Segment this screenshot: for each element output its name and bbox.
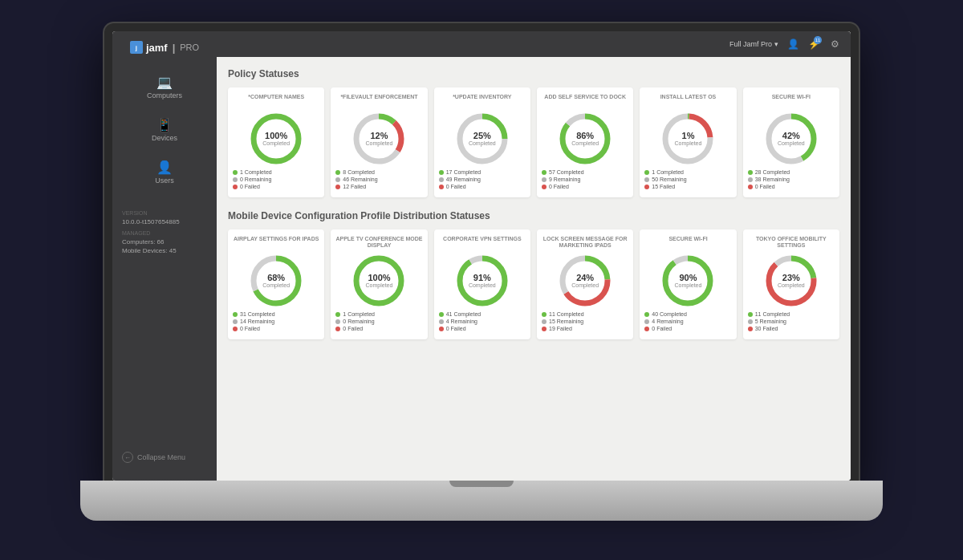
donut-1: 100%Completed [353, 255, 404, 306]
user-label: Full Jamf Pro [729, 40, 772, 48]
dot-gray-0 [233, 319, 238, 324]
dot-red-5 [748, 327, 753, 331]
stat-completed-0: 31 Completed [233, 311, 319, 317]
notification-badge: 11 [814, 36, 822, 44]
stat-remaining-3: 9 Remaining [542, 177, 628, 182]
donut-4: 1%Completed [662, 113, 713, 164]
user-menu[interactable]: Full Jamf Pro ▾ [729, 40, 778, 48]
dot-green-4 [644, 170, 649, 175]
content-area: Policy Statuses *COMPUTER NAMES 100%Comp… [217, 57, 851, 481]
donut-2: 25%Completed [457, 113, 508, 164]
stat-failed-3: 19 Failed [542, 326, 628, 331]
donut-label-5: 42%Completed [778, 131, 805, 147]
sidebar-meta: VERSION 10.0.0-t1507654885 MANAGED Compu… [112, 204, 217, 262]
sidebar-item-users[interactable]: 👤 Users [112, 153, 217, 191]
stat-failed-1: 0 Failed [335, 326, 422, 331]
sidebar-item-computers[interactable]: 💻 Computers [112, 68, 217, 106]
stat-failed-2: 0 Failed [439, 326, 526, 331]
donut-label-3: 86%Completed [571, 131, 599, 147]
sidebar-item-computers-label: Computers [147, 91, 182, 99]
dot-gray-0 [233, 177, 238, 182]
card-title-2: *UPDATE INVENTORY [453, 94, 511, 108]
sidebar-item-devices[interactable]: 📱 Devices [112, 111, 217, 148]
settings-icon[interactable]: ⚙ [828, 38, 841, 51]
version-label: VERSION [122, 210, 207, 216]
card-1: APPLE TV CONFERENCE MODE DISPLAY 100%Com… [331, 229, 427, 339]
laptop-base [80, 481, 883, 521]
main-content: Full Jamf Pro ▾ 👤 ⚡ 11 ⚙ Policy Statuses… [217, 31, 851, 481]
card-stats-4: 40 Completed 4 Remaining 0 Failed [644, 311, 731, 333]
stat-remaining-4: 50 Remaining [644, 177, 731, 182]
stat-remaining-3: 15 Remaining [542, 319, 628, 324]
donut-label-1: 100%Completed [366, 273, 393, 289]
stat-completed-3: 11 Completed [542, 311, 628, 317]
users-icon: 👤 [156, 160, 173, 174]
dot-gray-2 [439, 319, 444, 324]
donut-label-4: 1%Completed [675, 131, 702, 147]
user-chevron-icon: ▾ [774, 40, 778, 48]
card-title-5: TOKYO OFFICE MOBILITY SETTINGS [748, 236, 835, 250]
stat-completed-5: 28 Completed [748, 169, 835, 175]
dot-gray-1 [335, 319, 340, 324]
logo-text: jamf [146, 42, 168, 54]
card-title-1: *FILEVAULT ENFORCEMENT [340, 94, 417, 108]
app-logo: j jamf | PRO [130, 41, 199, 54]
donut-5: 42%Completed [766, 113, 817, 164]
donut-label-1: 12%Completed [366, 131, 393, 147]
dot-green-1 [335, 312, 340, 317]
sidebar-item-devices-label: Devices [152, 134, 177, 142]
collapse-icon: ← [122, 452, 133, 463]
card-3: ADD SELF SERVICE TO DOCK 86%Completed 57… [537, 87, 633, 197]
card-1: *FILEVAULT ENFORCEMENT 12%Completed 8 Co… [331, 87, 427, 197]
user-icon[interactable]: 👤 [786, 38, 799, 51]
card-title-1: APPLE TV CONFERENCE MODE DISPLAY [335, 236, 422, 250]
stat-completed-5: 11 Completed [748, 311, 835, 317]
stat-failed-4: 0 Failed [644, 326, 731, 331]
stat-remaining-2: 4 Remaining [439, 319, 526, 324]
donut-label-2: 91%Completed [469, 273, 496, 289]
card-0: *COMPUTER NAMES 100%Completed 1 Complete… [228, 87, 324, 197]
dot-green-0 [233, 312, 238, 317]
card-2: *UPDATE INVENTORY 25%Completed 17 Comple… [434, 87, 530, 197]
collapse-menu-button[interactable]: ← Collapse Menu [112, 444, 217, 471]
stat-failed-0: 0 Failed [233, 326, 319, 331]
stat-failed-5: 30 Failed [748, 326, 835, 331]
stat-remaining-1: 46 Remaining [335, 177, 422, 182]
dot-green-3 [542, 312, 547, 317]
stat-completed-1: 8 Completed [335, 169, 422, 175]
card-stats-5: 28 Completed 38 Remaining 0 Failed [748, 169, 835, 191]
dot-green-1 [335, 170, 340, 175]
card-stats-0: 31 Completed 14 Remaining 0 Failed [233, 311, 319, 333]
dot-red-0 [233, 327, 238, 331]
card-4: SECURE WI-FI 90%Completed 40 Completed 4… [640, 229, 736, 339]
dot-green-5 [748, 170, 753, 175]
donut-0: 100%Completed [250, 113, 302, 164]
stat-failed-0: 0 Failed [233, 184, 319, 189]
dot-green-0 [233, 170, 238, 175]
stat-completed-3: 57 Completed [542, 169, 628, 175]
dot-green-5 [748, 312, 753, 317]
policy-cards-grid: *COMPUTER NAMES 100%Completed 1 Complete… [228, 87, 839, 197]
donut-5: 23%Completed [766, 255, 817, 306]
card-stats-1: 8 Completed 46 Remaining 12 Failed [335, 169, 422, 191]
card-stats-3: 11 Completed 15 Remaining 19 Failed [542, 311, 628, 333]
sidebar-item-users-label: Users [155, 177, 174, 185]
computers-icon: 💻 [156, 75, 173, 89]
donut-label-2: 25%Completed [469, 131, 496, 147]
notifications-button[interactable]: ⚡ 11 [807, 38, 820, 51]
computers-stat: Computers: 66 [122, 238, 207, 246]
top-bar: Full Jamf Pro ▾ 👤 ⚡ 11 ⚙ [217, 31, 851, 57]
logo-icon: j [130, 41, 143, 54]
card-stats-5: 11 Completed 5 Remaining 30 Failed [748, 311, 835, 333]
sidebar-navigation: 💻 Computers 📱 Devices 👤 Users [112, 68, 217, 191]
managed-label: MANAGED [122, 230, 207, 236]
dot-red-0 [233, 185, 238, 189]
dot-red-1 [335, 327, 340, 331]
stat-failed-4: 15 Failed [644, 184, 731, 189]
mobile-stat: Mobile Devices: 45 [122, 247, 207, 254]
dot-gray-2 [439, 177, 444, 182]
card-title-4: INSTALL LATEST OS [660, 94, 717, 108]
dot-gray-4 [644, 177, 649, 182]
dot-red-2 [439, 327, 444, 331]
donut-label-0: 68%Completed [262, 273, 290, 289]
